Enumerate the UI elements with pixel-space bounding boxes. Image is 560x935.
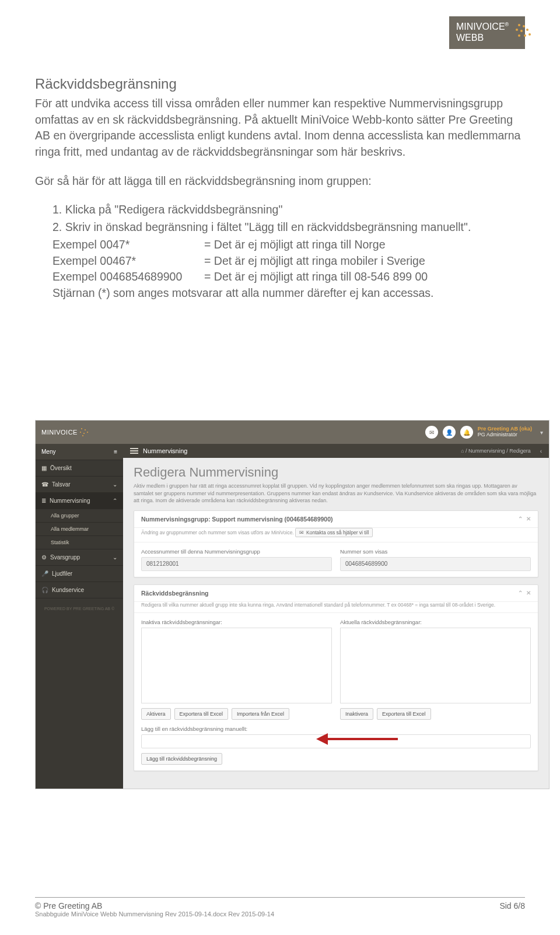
mic-icon: 🎤 [41, 570, 48, 577]
close-icon[interactable]: ✕ [526, 516, 531, 522]
step-2: 2. Skriv in önskad begränsning i fältet … [52, 219, 525, 236]
sliders-icon: ⚙ [41, 554, 47, 561]
document-content: Räckviddsbegränsning För att undvika acc… [35, 76, 525, 302]
chevron-down-icon: ⌄ [113, 554, 117, 561]
sidebar-item-oversikt[interactable]: ▦Översikt [36, 460, 123, 477]
import-excel-button[interactable]: Importera från Excel [232, 708, 289, 720]
panel2-title: Räckviddsbegränsning [141, 590, 209, 597]
ex3-val: = Det är ej möjligt att ringa till 08-54… [204, 269, 525, 285]
app-screenshot: MINIVOICE ✉ 👤 🔔 Pre Greeting AB (oka) PG… [35, 420, 550, 789]
chevron-up-icon[interactable]: ⌃ [518, 516, 523, 522]
hamburger-icon[interactable] [130, 448, 138, 454]
grid-icon: ▦ [41, 465, 47, 471]
export-excel-button-left[interactable]: Exportera till Excel [174, 708, 229, 720]
manual-label: Lägg till en räckviddsbegränsning manuel… [141, 726, 531, 732]
active-label: Aktuella räckviddsbegränsningar: [340, 619, 531, 625]
ex2-key: Exempel 00467* [52, 253, 204, 269]
app-logo: MINIVOICE [41, 428, 88, 436]
hamburger-icon[interactable]: ≡ [114, 449, 117, 455]
sidebar-item-svarsgrupp[interactable]: ⚙Svarsgrupp ⌄ [36, 549, 123, 566]
app-topbar: MINIVOICE ✉ 👤 🔔 Pre Greeting AB (oka) PG… [36, 421, 549, 444]
sidebar-item-ljudfiler[interactable]: 🎤Ljudfiler [36, 566, 123, 582]
doc-para1: För att undvika access till vissa område… [35, 96, 525, 160]
sidebar-sub-alla-medlemmar[interactable]: Alla medlemmar [36, 523, 123, 536]
contact-button[interactable]: ✉Kontakta oss så hjälper vi till [295, 528, 373, 537]
arrow-annotation-icon [316, 736, 398, 742]
accessnumber-field [141, 557, 332, 571]
footer-page: Sid 6/8 [499, 901, 525, 911]
breadcrumb: ⌂ / Nummervisning / Redigera [461, 448, 531, 454]
chevron-down-icon: ⌄ [113, 481, 117, 488]
account-label[interactable]: Pre Greeting AB (oka) PG Administratör [478, 426, 532, 438]
ex-tail: Stjärnan (*) som anges motsvarar att all… [52, 285, 525, 302]
close-icon[interactable]: ✕ [526, 590, 531, 596]
activate-button[interactable]: Aktivera [141, 708, 171, 720]
user-icon[interactable]: 👤 [443, 426, 456, 439]
export-excel-button-right[interactable]: Exportera till Excel [377, 708, 431, 720]
sidebar-menu-header: Meny ≡ [36, 444, 123, 460]
panel2-sub: Redigera till vilka nummer aktuell grupp… [134, 602, 538, 613]
page-footer: © Pre Greeting AB Snabbguide MiniVoice W… [35, 897, 525, 918]
displaynumber-field [340, 557, 531, 571]
footer-copyright: © Pre Greeting AB [35, 901, 274, 911]
sidebar-sub-statistik[interactable]: Statistik [36, 536, 123, 549]
inactivate-button[interactable]: Inaktivera [340, 708, 373, 720]
mail-icon: ✉ [299, 530, 304, 535]
chevron-up-icon[interactable]: ⌃ [518, 590, 523, 596]
mail-icon[interactable]: ✉ [425, 426, 438, 439]
sidebar-item-nummervisning[interactable]: ≣Nummervisning ⌃ [36, 493, 123, 509]
sidebar-sub-alla-grupper[interactable]: Alla grupper [36, 509, 123, 523]
brand-dots-icon [514, 24, 518, 41]
app-main: Nummervisning ⌂ / Nummervisning / Redige… [123, 444, 549, 789]
steps-intro: Gör så här för att lägga till en räckvid… [35, 173, 525, 190]
crumb-title: Nummervisning [143, 447, 187, 454]
page-subtext: Aktiv medlem i gruppen har rätt att ring… [134, 482, 538, 505]
field1-label: Accessnummer till denna Nummervisningsgr… [141, 548, 332, 555]
panel1-title: Nummervisningsgrupp: Support nummervisni… [141, 516, 333, 523]
panel-nummervisningsgrupp: Nummervisningsgrupp: Support nummervisni… [134, 510, 538, 577]
active-list[interactable] [340, 628, 531, 703]
add-restriction-button[interactable]: Lägg till räckviddsbegränsning [141, 753, 222, 765]
headset-icon: 🎧 [41, 587, 48, 593]
ex2-val: = Det är ej möjligt att ringa mobiler i … [204, 253, 525, 269]
brand-line2: WEBB [456, 33, 509, 43]
footer-filename: Snabbguide MiniVoice Webb Nummervisning … [35, 911, 274, 918]
home-icon[interactable]: ⌂ [461, 448, 464, 454]
inactive-list[interactable] [141, 628, 332, 703]
page-heading: Redigera Nummervisning [134, 465, 538, 480]
brand-line1: MINIVOICE [456, 22, 505, 32]
sidebar: Meny ≡ ▦Översikt ☎Talsvar ⌄ ≣Nummervisni… [36, 444, 123, 789]
sidebar-item-talsvar[interactable]: ☎Talsvar ⌄ [36, 477, 123, 493]
chevron-up-icon: ⌃ [113, 498, 117, 504]
ex1-key: Exempel 0047* [52, 237, 204, 253]
field2-label: Nummer som visas [340, 548, 531, 555]
sidebar-item-kundservice[interactable]: 🎧Kundservice [36, 582, 123, 598]
panel1-sub: Ändring av gruppnummer och nummer som vi… [141, 530, 294, 535]
collapse-icon[interactable]: ‹ [540, 448, 542, 454]
list-icon: ≣ [41, 498, 46, 504]
bell-icon[interactable]: 🔔 [460, 426, 473, 439]
ex3-key: Exempel 0046854689900 [52, 269, 204, 285]
ex1-val: = Det är ej möjligt att ringa till Norge [204, 237, 525, 253]
doc-title: Räckviddsbegränsning [35, 76, 525, 92]
brand-reg: ® [505, 22, 509, 27]
step-1: 1. Klicka på "Redigera räckviddsbegränsn… [52, 202, 525, 218]
crumb-bar: Nummervisning ⌂ / Nummervisning / Redige… [123, 444, 549, 458]
sidebar-footer: POWERED BY PRE GREETING AB © [36, 598, 123, 619]
brand-badge: MINIVOICE® WEBB [449, 16, 525, 49]
chevron-down-icon[interactable]: ▾ [540, 429, 543, 436]
phone-icon: ☎ [41, 481, 48, 488]
panel-rackvidds: Räckviddsbegränsning ⌃ ✕ Redigera till v… [134, 584, 538, 771]
inactive-label: Inaktiva räckviddsbegränsningar: [141, 619, 332, 625]
